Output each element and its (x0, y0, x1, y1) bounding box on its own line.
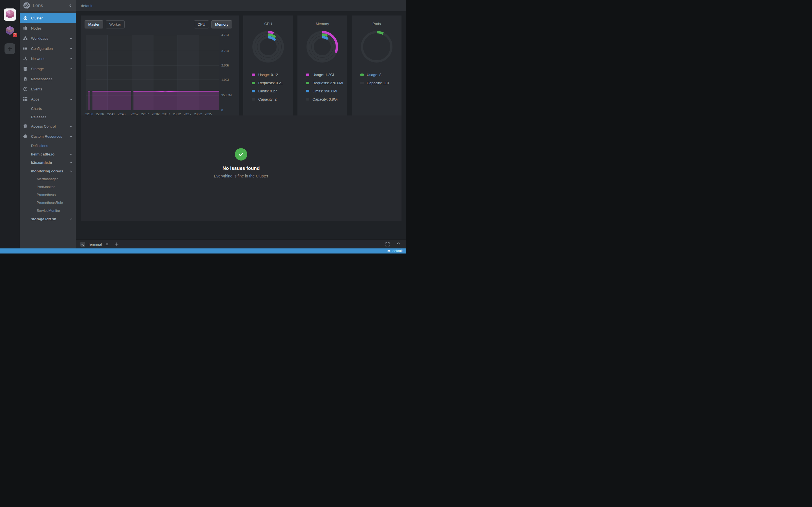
legend-swatch (306, 90, 309, 93)
pods-gauge-card: PodsUsage: 8Capacity: 110 (352, 15, 402, 121)
fullscreen-button[interactable] (386, 242, 390, 246)
plus-icon (7, 46, 13, 52)
sidebar-item-podmonitor[interactable]: PodMonitor (20, 183, 76, 191)
sidebar-item-label: k3s.cattle.io (31, 161, 68, 165)
legend-text: Capacity: 2 (258, 97, 276, 101)
tab-worker[interactable]: Worker (106, 20, 125, 29)
sidebar-item-label: storage.loft.sh (31, 217, 68, 221)
legend-text: Usage: 8 (367, 73, 382, 77)
pods-donut-chart (359, 30, 394, 64)
sidebar-item-helm-cattle-io[interactable]: helm.cattle.io (20, 150, 76, 158)
metric-switcher: CPUMemory (194, 20, 232, 29)
tab-cpu[interactable]: CPU (194, 20, 209, 29)
card-title: CPU (264, 22, 272, 26)
custom-resources-icon (23, 134, 28, 138)
sidebar-item-network[interactable]: Network (20, 54, 76, 64)
sidebar-item-nodes[interactable]: Nodes (20, 23, 76, 33)
sidebar-item-label: Alertmanager (37, 177, 72, 181)
workloads-icon (23, 36, 28, 41)
sidebar-item-prometheus[interactable]: Prometheus (20, 191, 76, 199)
sidebar-item-storage[interactable]: Storage (20, 64, 76, 74)
sidebar-item-releases[interactable]: Releases (20, 113, 76, 121)
sidebar-item-charts[interactable]: Charts (20, 104, 76, 113)
sidebar-menu: ClusterNodesWorkloadsConfigurationNetwor… (20, 11, 76, 223)
sidebar-item-k3s-cattle-io[interactable]: k3s.cattle.io (20, 158, 76, 167)
cluster-cube-icon (4, 9, 15, 20)
add-cluster-button[interactable] (4, 43, 15, 54)
sidebar-header: Lens (20, 0, 76, 11)
legend-text: Capacity: 3.8Gi (312, 97, 338, 101)
sidebar-item-label: Definitions (31, 144, 72, 148)
sidebar-item-monitoring-coreos-[interactable]: monitoring.coreos… (20, 167, 76, 175)
new-terminal-button[interactable] (115, 242, 119, 246)
metrics-row: MasterWorker CPUMemory 4.7Gi3.7Gi2.8Gi1.… (81, 15, 402, 121)
card-title: Memory (316, 22, 329, 26)
sidebar-item-label: helm.cattle.io (31, 152, 68, 156)
sidebar-item-workloads[interactable]: Workloads (20, 33, 76, 43)
sidebar-item-label: Prometheus (37, 193, 72, 197)
dock-collapse-button[interactable] (396, 242, 400, 246)
legend-row: Limits: 390.0Mi (306, 87, 343, 95)
memory-gauge-card: MemoryUsage: 1.2GiRequests: 270.0MiLimit… (297, 15, 347, 121)
terminal-tab[interactable]: Terminal (88, 242, 102, 246)
tab-master[interactable]: Master (85, 20, 103, 29)
cluster-metrics-chart-panel: MasterWorker CPUMemory 4.7Gi3.7Gi2.8Gi1.… (81, 15, 239, 121)
tab-memory[interactable]: Memory (211, 20, 232, 29)
sidebar-item-label: ServiceMonitor (37, 209, 72, 213)
legend-text: Requests: 0.21 (258, 81, 283, 85)
legend-swatch (252, 73, 255, 76)
success-check-icon (235, 148, 247, 161)
legend-text: Usage: 0.12 (258, 73, 278, 77)
legend-text: Capacity: 110 (367, 81, 389, 85)
sidebar-item-apps[interactable]: Apps (20, 94, 76, 104)
donut-legend: Usage: 1.2GiRequests: 270.0MiLimits: 390… (306, 71, 343, 103)
sidebar-item-label: Charts (31, 107, 72, 111)
terminal-icon[interactable]: >_ (80, 242, 85, 247)
sidebar-item-storage-loft-sh[interactable]: storage.loft.sh (20, 215, 76, 223)
sidebar-item-events[interactable]: Events (20, 84, 76, 94)
status-bar: default (0, 248, 406, 253)
sidebar-item-label: Events (31, 87, 72, 91)
cpu-gauge-card: CPUUsage: 0.12Requests: 0.21Limits: 0.27… (243, 15, 293, 121)
y-tick-label: 4.7Gi (221, 33, 229, 37)
legend-swatch (306, 82, 309, 84)
namespace-layers-icon (387, 249, 391, 253)
sidebar-item-access-control[interactable]: Access Control (20, 121, 76, 131)
configuration-icon (23, 46, 28, 51)
sidebar-item-custom-resources[interactable]: Custom Resources (20, 131, 76, 142)
cluster-icon-active[interactable] (4, 8, 16, 21)
terminal-dock: >_ Terminal (76, 239, 406, 248)
app-title: Lens (33, 3, 68, 8)
nodes-icon (23, 26, 28, 31)
sidebar-item-label: Nodes (31, 26, 72, 31)
cluster-icon-secondary[interactable]: 7 (4, 25, 16, 37)
status-namespace-label[interactable]: default (393, 249, 403, 253)
sidebar-item-label: Configuration (31, 47, 68, 51)
fullscreen-icon (386, 242, 390, 246)
cluster-rail: 7 (0, 0, 20, 248)
sidebar-item-alertmanager[interactable]: Alertmanager (20, 175, 76, 183)
network-icon (23, 56, 28, 61)
sidebar-item-label: Custom Resources (31, 134, 68, 138)
topbar: default (76, 0, 406, 11)
sidebar-item-label: monitoring.coreos… (31, 169, 68, 173)
memory-donut-chart (305, 30, 340, 64)
chevron-up-icon (396, 242, 400, 245)
terminal-close-button[interactable] (105, 243, 109, 246)
legend-row: Requests: 0.21 (252, 79, 283, 87)
no-issues-title: No issues found (222, 166, 260, 171)
sidebar-item-namespaces[interactable]: Namespaces (20, 74, 76, 84)
y-tick-label: 1.9Gi (221, 78, 229, 81)
sidebar-item-definitions[interactable]: Definitions (20, 142, 76, 150)
sidebar-item-configuration[interactable]: Configuration (20, 43, 76, 54)
legend-swatch (252, 98, 255, 101)
sidebar-item-servicemonitor[interactable]: ServiceMonitor (20, 207, 76, 215)
sidebar-collapse-button[interactable] (68, 3, 72, 8)
chevron-down-icon (69, 153, 72, 155)
sidebar-item-prometheusrule[interactable]: PrometheusRule (20, 199, 76, 207)
lens-logo-icon (23, 2, 30, 9)
sidebar-item-cluster[interactable]: Cluster (20, 13, 76, 23)
sidebar-item-label: Storage (31, 67, 68, 71)
legend-row: Usage: 0.12 (252, 71, 283, 79)
chevron-up-icon (69, 135, 72, 137)
